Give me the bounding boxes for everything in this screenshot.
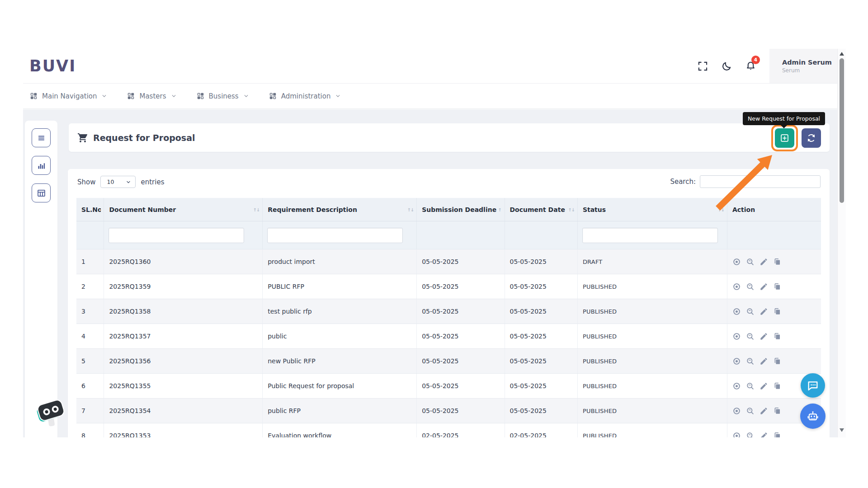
cell-status: PUBLISHED (577, 349, 727, 374)
copy-icon[interactable] (773, 407, 782, 415)
cell-status: DRAFT (577, 249, 727, 274)
rfp-table-body: 12025RQ1360product import05-05-202505-05… (76, 249, 821, 438)
col-header-requirement-description[interactable]: Requirement Description↑↓ (263, 198, 417, 221)
copy-icon[interactable] (773, 382, 782, 390)
new-rfp-tooltip: New Request for Proposal (743, 112, 825, 125)
scroll-up-arrow[interactable] (840, 52, 844, 56)
chevron-down-icon (243, 93, 249, 99)
notifications-button[interactable]: 4 (745, 60, 756, 72)
dark-mode-icon[interactable] (722, 61, 732, 71)
view-icon[interactable] (732, 332, 741, 341)
edit-icon[interactable] (760, 332, 768, 341)
app-window: BUVI 4 Admin Serum Serum Main Navigation… (23, 49, 837, 437)
table-row: 42025RQ1357public05-05-202505-05-2025PUB… (76, 324, 821, 349)
view-icon[interactable] (732, 307, 741, 316)
edit-icon[interactable] (760, 357, 768, 366)
col-header-document-number[interactable]: Document Number↑↓ (104, 198, 263, 221)
cell-document-date: 05-05-2025 (505, 399, 577, 423)
view-icon[interactable] (732, 407, 741, 415)
copy-icon[interactable] (773, 282, 782, 291)
grid-icon (127, 92, 135, 100)
zoom-icon[interactable] (746, 432, 755, 438)
copy-icon[interactable] (773, 357, 782, 366)
chart-view-button[interactable] (32, 156, 51, 175)
search-input[interactable] (700, 175, 821, 188)
filter-description-input[interactable] (267, 228, 403, 243)
copy-icon[interactable] (773, 258, 782, 266)
cell-actions (727, 349, 821, 374)
main-menu-bar: Main Navigation Masters Business Adminis… (23, 84, 837, 109)
view-icon[interactable] (732, 382, 741, 390)
top-header: BUVI 4 Admin Serum Serum (23, 49, 837, 84)
cell-slno: 4 (76, 324, 104, 349)
col-header-status[interactable]: Status↑↓ (577, 198, 727, 221)
side-toolbar (25, 121, 57, 437)
edit-icon[interactable] (760, 307, 768, 316)
page-size-select[interactable]: 10 (100, 176, 136, 188)
chart-icon (37, 161, 46, 170)
table-row: 12025RQ1360product import05-05-202505-05… (76, 249, 821, 274)
col-header-document-date[interactable]: Document Date↑↓ (505, 198, 577, 221)
edit-icon[interactable] (760, 407, 768, 415)
col-header-slno[interactable]: SL.No↑↓ (76, 198, 104, 221)
chatbot-mascot[interactable] (36, 400, 66, 430)
edit-icon[interactable] (760, 382, 768, 390)
nav-masters[interactable]: Masters (127, 92, 176, 100)
nav-label: Masters (139, 92, 166, 100)
chat-fab-button[interactable] (801, 373, 825, 398)
chat-icon (807, 379, 819, 392)
cell-document-number: 2025RQ1355 (104, 374, 263, 399)
cell-description: test public rfp (263, 299, 417, 324)
cell-document-number: 2025RQ1354 (104, 399, 263, 423)
cell-document-date: 05-05-2025 (505, 274, 577, 299)
table-view-button[interactable] (32, 183, 51, 202)
page-scrollbar[interactable] (837, 49, 846, 437)
user-profile[interactable]: Admin Serum Serum (769, 49, 837, 83)
zoom-icon[interactable] (746, 258, 755, 266)
assistant-fab-button[interactable] (800, 404, 826, 429)
nav-business[interactable]: Business (197, 92, 249, 100)
menu-icon (37, 133, 46, 143)
copy-icon[interactable] (773, 432, 782, 438)
view-icon[interactable] (732, 258, 741, 266)
table-row: 22025RQ1359PUBLIC RFP05-05-202505-05-202… (76, 274, 821, 299)
cell-description: Evaluation workflow (263, 423, 417, 438)
chevron-down-icon (171, 93, 177, 99)
fullscreen-icon[interactable] (698, 61, 708, 71)
zoom-icon[interactable] (746, 407, 755, 415)
zoom-icon[interactable] (746, 332, 755, 341)
filter-status-input[interactable] (582, 228, 718, 243)
edit-icon[interactable] (760, 282, 768, 291)
page-title-card: Request for Proposal (69, 123, 830, 152)
page-title: Request for Proposal (93, 133, 195, 143)
sort-icon: ↑↓ (717, 207, 724, 212)
cell-submission-deadline: 05-05-2025 (417, 299, 505, 324)
cell-submission-deadline: 05-05-2025 (417, 349, 505, 374)
nav-administration[interactable]: Administration (269, 92, 341, 100)
col-header-submission-deadline[interactable]: Submission Deadline↑↓ (417, 198, 505, 221)
copy-icon[interactable] (773, 307, 782, 316)
zoom-icon[interactable] (746, 357, 755, 366)
cell-submission-deadline: 05-05-2025 (417, 399, 505, 423)
view-icon[interactable] (732, 432, 741, 438)
nav-main-navigation[interactable]: Main Navigation (30, 92, 107, 100)
cell-slno: 6 (76, 374, 104, 399)
zoom-icon[interactable] (746, 307, 755, 316)
cell-description: PUBLIC RFP (263, 274, 417, 299)
copy-icon[interactable] (773, 332, 782, 341)
cell-status: PUBLISHED (577, 399, 727, 423)
refresh-button[interactable] (802, 128, 821, 148)
cell-actions (727, 324, 821, 349)
zoom-icon[interactable] (746, 282, 755, 291)
view-icon[interactable] (732, 357, 741, 366)
scrollbar-thumb[interactable] (840, 58, 844, 203)
view-icon[interactable] (732, 282, 741, 291)
menu-toggle-button[interactable] (32, 128, 51, 147)
zoom-icon[interactable] (746, 382, 755, 390)
user-role: Serum (782, 67, 837, 74)
edit-icon[interactable] (760, 258, 768, 266)
edit-icon[interactable] (760, 432, 768, 438)
filter-document-number-input[interactable] (108, 228, 244, 243)
cell-submission-deadline: 05-05-2025 (417, 249, 505, 274)
scroll-down-arrow[interactable] (840, 428, 844, 432)
